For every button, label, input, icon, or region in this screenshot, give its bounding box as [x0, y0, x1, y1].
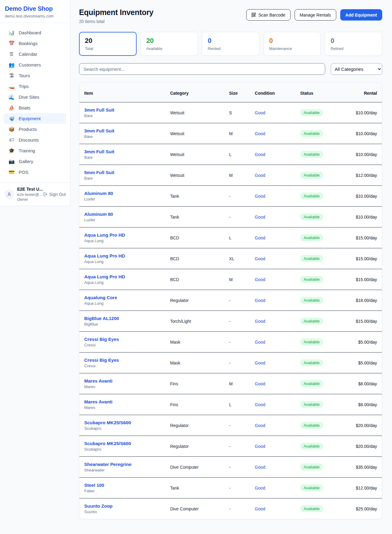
stat-card[interactable]: 0 Maintenance [263, 32, 321, 56]
item-condition-link[interactable]: Good [255, 194, 265, 199]
nav-item[interactable]: 🌊 Dive Sites [4, 92, 66, 102]
item-size: - [229, 186, 255, 207]
stat-value: 0 [208, 37, 254, 45]
item-name-link[interactable]: Steel 100 [84, 483, 170, 488]
item-category: Mask [170, 332, 229, 353]
item-name-link[interactable]: 5mm Full Suit [84, 170, 170, 175]
item-name-link[interactable]: Aqua Lung Pro HD [84, 274, 170, 279]
table-row: Scubapro MK25/S600 Scubapro Regulator - … [79, 436, 382, 457]
search-input[interactable] [79, 63, 325, 75]
item-condition-link[interactable]: Good [255, 215, 265, 219]
item-condition-link[interactable]: Good [255, 423, 265, 428]
item-condition-link[interactable]: Good [255, 256, 265, 261]
item-condition-link[interactable]: Good [255, 465, 265, 470]
status-badge: Available [300, 338, 323, 345]
nav-item-icon: 🤿 [9, 116, 15, 121]
item-rental-price: $10.00/day [343, 207, 382, 227]
item-rental-price: $8.00/day [343, 394, 382, 415]
nav-item[interactable]: 📷 Gallery [4, 156, 66, 167]
status-badge: Available [300, 505, 323, 512]
item-category: Dive Computer [170, 498, 229, 519]
item-condition-link[interactable]: Good [255, 298, 265, 303]
status-badge: Available [300, 151, 323, 158]
item-name-link[interactable]: Cressi Big Eyes [84, 357, 170, 363]
item-name-link[interactable]: 3mm Full Suit [84, 128, 170, 133]
item-rental-price: $12.00/day [343, 478, 382, 498]
item-name-link[interactable]: Aqualung Core [84, 295, 170, 300]
table-row: 3mm Full Suit Bare Wetsuit L Good Availa… [79, 144, 382, 165]
column-header-rental: Rental [343, 82, 382, 102]
brand-title[interactable]: Demo Dive Shop [5, 5, 65, 12]
item-name-link[interactable]: Aqua Lung Pro HD [84, 253, 170, 258]
scan-barcode-button[interactable]: Scan Barcode [246, 9, 291, 21]
item-name-link[interactable]: BigBlue AL1200 [84, 316, 170, 321]
item-condition-link[interactable]: Good [255, 402, 265, 407]
item-condition-link[interactable]: Good [255, 486, 265, 490]
nav-item-label: Boats [19, 105, 30, 110]
status-badge: Available [300, 172, 323, 179]
item-condition-link[interactable]: Good [255, 277, 265, 282]
item-name-link[interactable]: Mares Avanti [84, 378, 170, 383]
manage-rentals-button[interactable]: Manage Rentals [295, 9, 336, 21]
item-condition-link[interactable]: Good [255, 506, 265, 511]
category-filter-select[interactable]: All Categories [331, 63, 382, 75]
equipment-table-card: Item Category Size Condition Status Rent… [79, 82, 382, 519]
item-name-link[interactable]: Aluminum 80 [84, 212, 170, 217]
item-condition-link[interactable]: Good [255, 235, 265, 240]
item-name-link[interactable]: 3mm Full Suit [84, 107, 170, 113]
stat-card[interactable]: 20 Available [141, 32, 198, 56]
nav-item[interactable]: 🚤 Trips [4, 81, 66, 92]
item-condition-link[interactable]: Good [255, 319, 265, 324]
page-title: Equipment Inventory [79, 8, 153, 17]
stats-cards: 20 Total 20 Available 0 Rented 0 Mainten… [79, 32, 382, 56]
stat-card[interactable]: 0 Retired [325, 32, 382, 56]
item-condition-link[interactable]: Good [255, 381, 265, 386]
item-condition-link[interactable]: Good [255, 340, 265, 345]
item-category: Tank [170, 478, 229, 498]
nav-item[interactable]: 📅 Bookings [4, 38, 66, 49]
item-condition-link[interactable]: Good [255, 360, 265, 365]
item-condition-link[interactable]: Good [255, 152, 265, 157]
status-badge: Available [300, 380, 323, 387]
stat-card[interactable]: 0 Rented [202, 32, 259, 56]
nav-item[interactable]: 👥 Customers [4, 59, 66, 70]
nav-item[interactable]: 📦 Products [4, 124, 66, 135]
stat-label: Rented [208, 46, 254, 51]
nav-item[interactable]: 🎓 Training [4, 145, 66, 156]
item-name-link[interactable]: Scubapro MK25/S600 [84, 441, 170, 446]
sign-out-button[interactable]: Sign Out [43, 192, 66, 197]
nav-item[interactable]: 🤿 Equipment [4, 113, 66, 124]
item-name-link[interactable]: Aqua Lung Pro HD [84, 232, 170, 238]
item-size: XL [229, 248, 255, 269]
nav-item[interactable]: 🗓 Calendar [4, 49, 66, 59]
item-brand: Luxfer [84, 218, 170, 222]
nav-item[interactable]: 📊 Dashboard [4, 27, 66, 38]
stat-value: 20 [85, 37, 131, 45]
nav-item-label: Calendar [19, 51, 37, 57]
item-rental-price: $10.00/day [343, 186, 382, 207]
nav-item[interactable]: ⛵ Boats [4, 102, 66, 113]
table-row: Aqua Lung Pro HD Aqua Lung BCD XL Good A… [79, 248, 382, 269]
item-size: L [229, 394, 255, 415]
add-equipment-button[interactable]: Add Equipment [340, 9, 382, 21]
item-condition-link[interactable]: Good [255, 110, 265, 115]
item-size: L [229, 227, 255, 248]
item-condition-link[interactable]: Good [255, 131, 265, 136]
nav-item[interactable]: 💳 POS [4, 167, 66, 177]
nav-item-label: Bookings [19, 41, 38, 46]
item-name-link[interactable]: Shearwater Peregrine [84, 462, 170, 467]
equipment-table: Item Category Size Condition Status Rent… [79, 82, 382, 519]
item-name-link[interactable]: Mares Avanti [84, 399, 170, 404]
item-name-link[interactable]: Suunto Zoop [84, 503, 170, 509]
item-name-link[interactable]: Cressi Big Eyes [84, 337, 170, 342]
stat-card[interactable]: 20 Total [79, 32, 137, 56]
item-condition-link[interactable]: Good [255, 444, 265, 449]
item-name-link[interactable]: Aluminum 80 [84, 191, 170, 196]
item-name-link[interactable]: Scubapro MK25/S600 [84, 420, 170, 425]
item-category: Regulator [170, 436, 229, 457]
item-condition-link[interactable]: Good [255, 173, 265, 178]
nav-item[interactable]: 🏝 Tours [4, 70, 66, 81]
item-name-link[interactable]: 3mm Full Suit [84, 149, 170, 154]
status-badge: Available [300, 463, 323, 471]
nav-item[interactable]: 🏷 Discounts [4, 135, 66, 145]
